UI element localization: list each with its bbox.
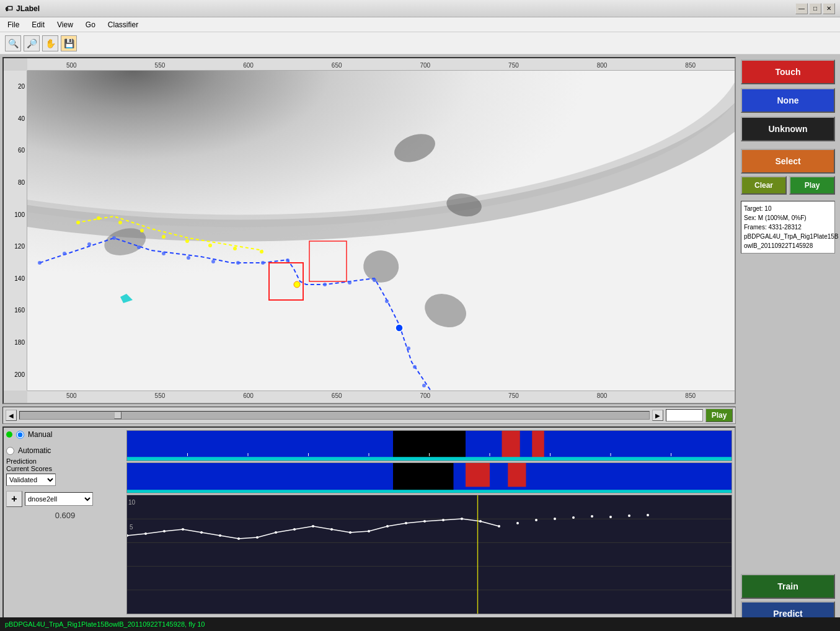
train-button[interactable]: Train	[741, 574, 835, 599]
svg-text:5: 5	[130, 524, 133, 531]
xtick-800: 800	[558, 62, 647, 69]
minimize-button[interactable]: —	[795, 3, 808, 14]
prediction-timeline[interactable]	[126, 462, 732, 493]
status-text: pBDPGAL4U_TrpA_Rig1Plate15BowlB_20110922…	[5, 620, 205, 628]
zoom-in-button[interactable]: 🔍	[5, 35, 21, 51]
info-frames: Frames: 4331-28312	[744, 223, 832, 232]
info-sex: Sex: M (100%M, 0%F)	[744, 213, 832, 223]
svg-point-69	[163, 530, 166, 532]
svg-point-78	[330, 528, 333, 531]
xbottom-550: 550	[116, 392, 205, 399]
svg-text:10: 10	[128, 499, 136, 506]
none-button[interactable]: None	[741, 88, 835, 113]
automatic-radio[interactable]	[6, 447, 14, 455]
menu-go[interactable]: Go	[81, 19, 100, 30]
scrollbar-thumb[interactable]	[114, 412, 122, 419]
svg-point-19	[211, 260, 215, 263]
prediction-section: Prediction Current Scores	[6, 457, 124, 472]
svg-point-86	[479, 520, 482, 523]
svg-point-16	[137, 245, 141, 249]
prediction-label: Prediction	[6, 457, 37, 465]
maximize-button[interactable]: □	[809, 3, 821, 14]
svg-point-72	[219, 534, 221, 537]
add-classifier-button[interactable]: +	[6, 491, 22, 507]
ytick-80: 80	[18, 179, 25, 186]
titlebar-left: 🏷 JLabel	[5, 4, 40, 13]
close-button[interactable]: ✕	[823, 3, 835, 14]
svg-point-81	[386, 525, 389, 527]
play-button-right[interactable]: Play	[789, 176, 835, 195]
classifier-select[interactable]: dnose2ell	[25, 492, 93, 506]
validated-select[interactable]: Validated	[6, 474, 56, 486]
svg-point-40	[233, 247, 237, 250]
svg-point-91	[572, 516, 575, 519]
clear-button[interactable]: Clear	[741, 176, 787, 195]
toolbar: 🔍 🔎 ✋ 💾	[0, 32, 840, 55]
bottom-left-controls: Manual Automatic Prediction Current Scor…	[6, 430, 124, 625]
prediction-timeline-svg	[127, 463, 732, 493]
select-row: Clear Play	[741, 176, 835, 195]
svg-point-13	[63, 252, 66, 255]
touch-button[interactable]: Touch	[741, 60, 835, 84]
canvas-wrapper: 500 550 600 650 700 750 800 850 20 40 60…	[2, 57, 736, 404]
svg-point-33	[76, 221, 80, 224]
statusbar: pBDPGAL4U_TrpA_Rig1Plate15BowlB_20110922…	[0, 617, 840, 631]
score-display: 0.609	[6, 510, 124, 521]
play-button-scrollbar[interactable]: Play	[705, 408, 733, 422]
ytick-20: 20	[18, 83, 25, 90]
svg-point-22	[286, 258, 290, 262]
menu-classifier[interactable]: Classifier	[103, 19, 143, 30]
menu-edit[interactable]: Edit	[27, 19, 50, 30]
ytick-60: 60	[18, 147, 25, 154]
select-section: Select Clear Play	[741, 149, 835, 195]
menu-file[interactable]: File	[2, 19, 24, 30]
xtick-600: 600	[204, 62, 293, 69]
canvas-inner: 500 550 600 650 700 750 800 850 20 40 60…	[4, 58, 735, 403]
xbottom-600: 600	[204, 392, 293, 399]
svg-point-74	[256, 536, 259, 539]
svg-point-38	[185, 239, 189, 243]
svg-rect-62	[127, 495, 732, 614]
automatic-label: Automatic	[18, 446, 51, 455]
unknown-button[interactable]: Unknown	[741, 117, 835, 141]
svg-point-93	[609, 516, 612, 518]
ytick-120: 120	[14, 243, 25, 250]
xtick-850: 850	[646, 62, 735, 69]
svg-point-70	[182, 528, 184, 531]
frame-input[interactable]: 5734	[666, 409, 703, 421]
info-file2: owlB_20110922T145928	[744, 241, 832, 250]
svg-point-80	[368, 530, 370, 532]
svg-point-30	[422, 384, 426, 387]
pan-button[interactable]: ✋	[42, 35, 58, 51]
save-button[interactable]: 💾	[61, 35, 77, 51]
ruler-left: 20 40 60 80 100 120 140 160 180 200	[4, 71, 27, 391]
manual-timeline-svg	[127, 431, 732, 461]
svg-point-15	[112, 236, 116, 240]
app-icon: 🏷	[5, 4, 12, 13]
app-title: JLabel	[16, 4, 40, 13]
select-button[interactable]: Select	[741, 149, 835, 174]
svg-point-77	[312, 525, 314, 527]
scroll-left-button[interactable]: ◀	[6, 410, 17, 421]
xbottom-800: 800	[558, 392, 647, 399]
manual-label: Manual	[28, 430, 52, 439]
score-chart[interactable]: 10 5	[126, 495, 732, 614]
menu-view[interactable]: View	[52, 19, 78, 30]
image-area[interactable]	[27, 71, 735, 391]
manual-timeline[interactable]	[126, 430, 732, 461]
ytick-40: 40	[18, 115, 25, 122]
svg-point-28	[407, 346, 410, 350]
ruler-bottom: 500 550 600 650 700 750 800 850	[27, 391, 735, 403]
scroll-right-button[interactable]: ▶	[652, 410, 663, 421]
svg-point-79	[349, 531, 351, 534]
xtick-550: 550	[116, 62, 205, 69]
main-container: 500 550 600 650 700 750 800 850 20 40 60…	[0, 55, 840, 631]
svg-point-14	[87, 242, 91, 246]
ruler-top: 500 550 600 650 700 750 800 850	[27, 58, 735, 71]
svg-point-71	[200, 531, 203, 534]
svg-point-68	[144, 532, 147, 535]
zoom-out-button[interactable]: 🔎	[24, 35, 40, 51]
svg-point-18	[187, 256, 190, 260]
manual-radio[interactable]	[16, 431, 24, 439]
scrollbar-track[interactable]	[19, 411, 650, 420]
